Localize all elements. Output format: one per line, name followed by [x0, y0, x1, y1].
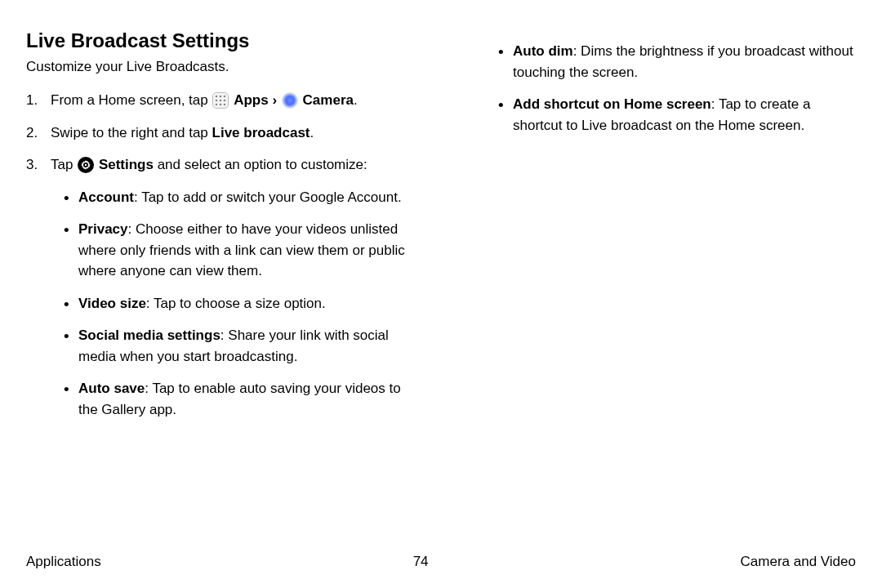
footer-page-number: 74	[413, 554, 429, 570]
svg-point-8	[224, 103, 226, 105]
gear-icon	[78, 157, 94, 173]
step-3: Tap Settings and select an option to cus…	[26, 154, 421, 420]
apps-icon	[212, 92, 229, 109]
page-title: Live Broadcast Settings	[26, 29, 421, 52]
svg-point-5	[224, 99, 226, 101]
step-3-text-a: Tap	[51, 157, 77, 172]
option-social-media: Social media settings: Share your link w…	[78, 325, 421, 367]
option-auto-dim: Auto dim: Dims the brightness if you bro…	[513, 41, 856, 82]
option-video-size-desc: : Tap to choose a size option.	[146, 296, 326, 311]
svg-point-4	[220, 99, 222, 101]
step-3-text-c: and select an option to customize:	[154, 157, 368, 172]
settings-label: Settings	[99, 157, 154, 172]
option-privacy: Privacy: Choose either to have your vide…	[78, 219, 421, 282]
option-auto-save-title: Auto save	[78, 381, 145, 396]
option-add-shortcut-title: Add shortcut on Home screen	[513, 96, 711, 112]
options-list-right: Auto dim: Dims the brightness if you bro…	[461, 41, 856, 136]
option-video-size-title: Video size	[78, 296, 146, 311]
footer-left: Applications	[26, 554, 101, 570]
svg-point-6	[216, 103, 218, 105]
options-list-left: Account: Tap to add or switch your Googl…	[51, 187, 421, 421]
option-auto-save: Auto save: Tap to enable auto saving you…	[78, 378, 421, 420]
step-2-end: .	[310, 125, 314, 140]
camera-label: Camera	[303, 92, 354, 108]
steps-list: From a Home screen, tap Apps › Camera. S…	[26, 90, 421, 420]
step-1-end: .	[354, 92, 358, 108]
step-1: From a Home screen, tap Apps › Camera.	[26, 90, 421, 111]
svg-point-7	[220, 103, 222, 105]
option-account-title: Account	[78, 189, 134, 205]
svg-point-3	[216, 99, 218, 101]
footer-right: Camera and Video	[741, 554, 856, 570]
option-video-size: Video size: Tap to choose a size option.	[78, 293, 421, 314]
page-footer: Applications 74 Camera and Video	[26, 554, 856, 570]
option-account-desc: : Tap to add or switch your Google Accou…	[134, 189, 402, 205]
option-auto-dim-title: Auto dim	[513, 43, 573, 59]
page-subtitle: Customize your Live Broadcasts.	[26, 59, 421, 75]
step-2-text-a: Swipe to the right and tap	[51, 125, 212, 140]
step-2: Swipe to the right and tap Live broadcas…	[26, 122, 421, 144]
live-broadcast-label: Live broadcast	[212, 125, 310, 140]
option-account: Account: Tap to add or switch your Googl…	[78, 187, 421, 208]
chevron-icon: ›	[272, 92, 277, 108]
step-1-text-a: From a Home screen, tap	[51, 92, 212, 108]
svg-point-1	[220, 95, 222, 97]
svg-point-0	[216, 95, 218, 97]
apps-label: Apps	[234, 92, 269, 108]
camera-icon	[282, 92, 298, 109]
option-privacy-desc: : Choose either to have your videos unli…	[78, 221, 405, 278]
option-privacy-title: Privacy	[78, 221, 128, 237]
option-social-media-title: Social media settings	[78, 327, 220, 343]
option-add-shortcut: Add shortcut on Home screen: Tap to crea…	[513, 94, 856, 136]
svg-point-2	[224, 95, 226, 97]
